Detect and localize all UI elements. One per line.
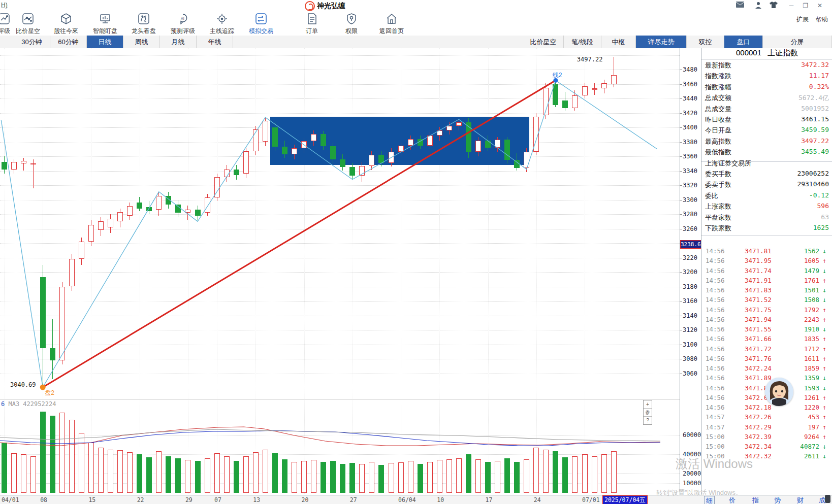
candle[interactable] [69, 259, 75, 286]
candle[interactable] [359, 166, 365, 176]
corner-phone-icon[interactable] [825, 495, 830, 503]
candle[interactable] [592, 88, 597, 90]
candle[interactable] [321, 134, 326, 146]
bottom-tab-财[interactable]: 财 [797, 496, 804, 504]
candle[interactable] [553, 84, 558, 105]
bottom-tab-势[interactable]: 势 [774, 496, 781, 504]
toolbar-item-主线追踪[interactable]: 主线追踪 [203, 13, 241, 36]
candle[interactable] [427, 136, 433, 146]
close-button[interactable]: ✕ [815, 2, 825, 10]
candle[interactable] [282, 147, 287, 154]
candle[interactable] [108, 219, 113, 227]
candle[interactable] [389, 152, 394, 162]
candle[interactable] [175, 205, 181, 213]
bottom-tab-细[interactable]: 细 [704, 496, 715, 504]
toolbar-link-帮助[interactable]: 帮助 [816, 16, 828, 23]
candle[interactable] [369, 155, 374, 165]
candle[interactable] [485, 141, 491, 148]
toolbar-item-返回首页[interactable]: 返回首页 [372, 13, 411, 36]
bottom-tab-指[interactable]: 指 [752, 496, 759, 504]
candle[interactable] [311, 134, 316, 141]
candle[interactable] [378, 155, 384, 163]
candle[interactable] [349, 167, 355, 176]
toolbar-item-股往今來[interactable]: 股往今來 [47, 13, 85, 36]
toolbar-item-智能盯盘[interactable]: 智能盯盘 [86, 13, 124, 36]
candle[interactable] [224, 170, 230, 178]
candle[interactable] [466, 122, 471, 152]
candle[interactable] [611, 75, 617, 84]
mini-tool-?[interactable]: ? [644, 417, 652, 424]
candle[interactable] [79, 242, 84, 259]
candle[interactable] [253, 129, 259, 151]
candle[interactable] [272, 127, 278, 147]
minimize-button[interactable]: ─ [786, 2, 796, 10]
candle[interactable] [582, 86, 588, 96]
candle[interactable] [514, 160, 520, 168]
candle[interactable] [243, 151, 249, 174]
tab-双控[interactable]: 双控 [687, 36, 724, 48]
chart-mini-toolbar[interactable]: +参? [643, 400, 652, 425]
candle[interactable] [21, 161, 26, 164]
candle[interactable] [156, 196, 162, 210]
candle[interactable] [475, 141, 481, 152]
candle[interactable] [340, 159, 345, 167]
candle[interactable] [88, 225, 94, 242]
tab-比价星空[interactable]: 比价星空 [523, 36, 564, 48]
candle[interactable] [205, 197, 210, 213]
tab-周线[interactable]: 周线 [123, 36, 160, 48]
tab-30分钟[interactable]: 30分钟 [14, 36, 50, 48]
candle[interactable] [446, 126, 452, 130]
candle[interactable] [437, 130, 442, 136]
maximize-button[interactable]: ❐ [801, 2, 811, 10]
tab-盘口[interactable]: 盘口 [724, 36, 763, 48]
candle[interactable] [59, 287, 65, 360]
tab-日线[interactable]: 日线 [87, 36, 123, 48]
candle[interactable] [398, 146, 404, 152]
candle[interactable] [166, 196, 171, 205]
candle[interactable] [418, 139, 423, 146]
mini-tool-参[interactable]: 参 [644, 409, 652, 417]
candle[interactable] [292, 148, 297, 154]
candle[interactable] [2, 162, 7, 169]
tab-月线[interactable]: 月线 [160, 36, 197, 48]
mini-tool-+[interactable]: + [644, 400, 652, 409]
candle[interactable] [533, 117, 539, 152]
toolbar-link-扩展[interactable]: 扩展 [796, 16, 809, 23]
candle[interactable] [30, 163, 36, 164]
candle[interactable] [504, 140, 510, 160]
tab-年线[interactable]: 年线 [197, 36, 233, 48]
tab-60分钟[interactable]: 60分钟 [50, 36, 87, 48]
candle[interactable] [301, 141, 307, 148]
candle[interactable] [117, 212, 123, 222]
candle[interactable] [408, 139, 413, 146]
toolbar-item-权限[interactable]: 权限 [332, 13, 371, 36]
candle[interactable] [601, 83, 607, 88]
tab-中枢[interactable]: 中枢 [601, 36, 636, 48]
menu-remnant[interactable]: H) [1, 2, 8, 9]
candle[interactable] [263, 121, 268, 142]
candle[interactable] [146, 207, 152, 212]
candle[interactable] [234, 170, 239, 175]
tab-分屏[interactable]: 分屏 [763, 36, 832, 48]
assistant-avatar[interactable] [765, 378, 793, 406]
candle[interactable] [572, 95, 578, 108]
mail-icon[interactable] [735, 2, 745, 10]
bottom-tab-价[interactable]: 价 [729, 496, 735, 504]
candle[interactable] [11, 162, 17, 169]
candlestick-chart[interactable]: 6 MA3 4229522243497.223040.69盘2线2 [0, 48, 680, 495]
toolbar-item-模拟交易[interactable]: 模拟交易 [242, 13, 280, 36]
candle[interactable] [185, 210, 190, 213]
skin-icon[interactable] [769, 2, 779, 10]
candle[interactable] [330, 146, 336, 159]
tab-详尽走势[interactable]: 详尽走势 [636, 36, 687, 48]
candle[interactable] [214, 177, 220, 197]
toolbar-item-订单[interactable]: 订单 [293, 13, 331, 36]
tab-笔/线段[interactable]: 笔/线段 [564, 36, 601, 48]
candle[interactable] [562, 100, 568, 108]
candle[interactable] [98, 221, 104, 230]
toolbar-item-龙头看盘[interactable]: 龙头看盘 [124, 13, 163, 36]
candle[interactable] [127, 206, 133, 216]
candle[interactable] [543, 88, 549, 115]
candle[interactable] [50, 348, 55, 360]
user-icon[interactable] [753, 2, 763, 10]
